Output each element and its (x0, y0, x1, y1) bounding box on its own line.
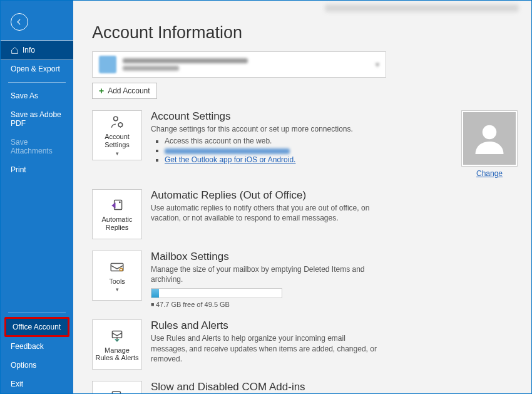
svg-point-5 (120, 202, 121, 203)
section-desc: Manage the size of your mailbox by empty… (151, 264, 382, 284)
sidebar-nav-bottom: Office Account Feedback Options Exit (1, 309, 73, 393)
account-avatar-icon (99, 56, 116, 73)
section-com-addins: Manage COM Add-ins Slow and Disabled COM… (92, 381, 518, 393)
change-photo-link[interactable]: Change (461, 169, 518, 178)
sidebar-item-exit[interactable]: Exit (1, 375, 73, 393)
sidebar-nav: Info Open & Export Save As Save as Adobe… (1, 41, 73, 179)
person-gear-icon (109, 114, 125, 130)
plus-icon: + (99, 86, 104, 96)
add-account-button[interactable]: + Add Account (92, 83, 157, 99)
sidebar-divider (8, 82, 66, 83)
main-content: Account Information ▾ + Add Account Acco… (73, 1, 531, 393)
sidebar-item-options[interactable]: Options (1, 356, 73, 375)
sidebar-item-save-adobe[interactable]: Save as Adobe PDF (1, 105, 73, 133)
section-desc: Use automatic replies to notify others t… (151, 203, 382, 223)
tile-label: Automatic Replies (95, 215, 139, 231)
section-automatic-replies: Automatic Replies Automatic Replies (Out… (92, 189, 518, 239)
page-title: Account Information (92, 23, 518, 43)
mailbox-progress (151, 288, 282, 298)
section-mailbox-settings: Tools ▾ Mailbox Settings Manage the size… (92, 251, 518, 308)
sidebar-item-feedback[interactable]: Feedback (1, 337, 73, 356)
tile-account-settings[interactable]: Account Settings ▾ (92, 110, 142, 160)
sidebar-item-office-account[interactable]: Office Account (4, 317, 69, 337)
sidebar-item-save-as[interactable]: Save As (1, 86, 73, 105)
tile-manage-com-addins[interactable]: Manage COM Add-ins (92, 381, 142, 393)
svg-point-7 (120, 268, 122, 271)
addins-icon (109, 389, 125, 393)
section-heading: Rules and Alerts (151, 319, 518, 332)
sidebar-item-print[interactable]: Print (1, 160, 73, 179)
section-desc: Change settings for this account or set … (151, 124, 382, 134)
mailbox-free-text: 47.7 GB free of 49.5 GB (151, 301, 518, 308)
svg-rect-6 (111, 263, 123, 271)
tools-icon (109, 259, 125, 275)
tile-label: Account Settings (95, 133, 139, 148)
sidebar-item-save-attachments: Save Attachments (1, 133, 73, 160)
svg-point-3 (483, 125, 497, 140)
backstage-sidebar: Info Open & Export Save As Save as Adobe… (1, 1, 73, 393)
add-account-label: Add Account (108, 86, 150, 95)
sidebar-item-info[interactable]: Info (1, 41, 73, 60)
section-heading: Account Settings (151, 110, 445, 123)
avatar-placeholder-icon (471, 120, 508, 157)
section-heading: Slow and Disabled COM Add-ins (151, 381, 518, 393)
section-account-settings: Account Settings ▾ Account Settings Chan… (92, 110, 518, 178)
tile-tools[interactable]: Tools ▾ (92, 251, 142, 301)
bullet-app-link: Get the Outlook app for iOS or Android. (165, 155, 445, 164)
tile-automatic-replies[interactable]: Automatic Replies (92, 189, 142, 239)
chevron-down-icon: ▾ (116, 150, 119, 157)
chevron-down-icon: ▾ (116, 286, 119, 293)
section-desc: Use Rules and Alerts to help organize yo… (151, 333, 382, 364)
section-heading: Mailbox Settings (151, 251, 518, 263)
section-heading: Automatic Replies (Out of Office) (151, 189, 518, 202)
svg-rect-9 (112, 391, 120, 393)
tile-label: Tools (109, 277, 125, 286)
tile-label: Manage Rules & Alerts (95, 346, 139, 362)
account-lines (123, 58, 248, 71)
home-icon (11, 46, 19, 54)
sidebar-item-open-export[interactable]: Open & Export (1, 60, 73, 78)
header-account-blur (325, 4, 519, 12)
section-rules-alerts: Manage Rules & Alerts Rules and Alerts U… (92, 319, 518, 370)
owa-url-blur[interactable] (165, 148, 290, 154)
avatar-panel: Change (461, 110, 518, 178)
outlook-app-link[interactable]: Get the Outlook app for iOS or Android. (165, 155, 295, 164)
bullet-access-web: Access this account on the web. (165, 137, 445, 145)
svg-point-1 (114, 117, 118, 122)
account-selector[interactable]: ▾ (92, 51, 386, 78)
avatar-frame (461, 110, 518, 167)
back-button[interactable] (11, 13, 28, 31)
chevron-down-icon: ▾ (376, 60, 379, 69)
sidebar-item-label: Info (23, 46, 35, 54)
tile-manage-rules[interactable]: Manage Rules & Alerts (92, 319, 142, 370)
sidebar-divider (8, 313, 66, 313)
auto-reply-icon (109, 197, 125, 213)
bullet-owa-link (165, 146, 445, 155)
rules-icon (109, 328, 125, 344)
